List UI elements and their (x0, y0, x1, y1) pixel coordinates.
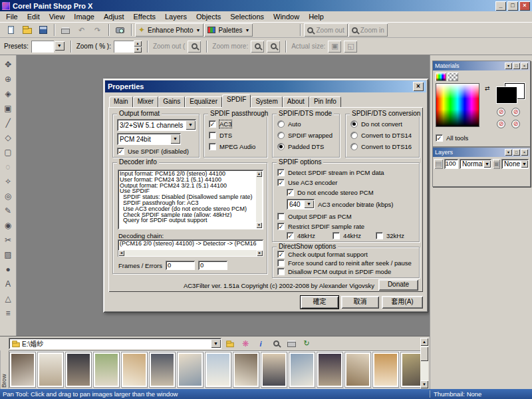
tab-about[interactable]: About (283, 96, 309, 107)
photo-thumbnail[interactable] (261, 352, 287, 388)
tool-selection[interactable]: ▢ (1, 145, 15, 159)
zoom-more-button2[interactable] (267, 41, 280, 53)
transparent-bg-icon[interactable]: ⊘ (511, 108, 520, 116)
cancel-button[interactable]: 取消 (341, 296, 379, 309)
conv-do-not-convert-radio[interactable]: Do not convert (350, 120, 402, 128)
photo-thumbnail[interactable] (37, 352, 64, 388)
scroll-up-icon[interactable]: ▲ (420, 338, 428, 346)
tool-eraser[interactable]: ▨ (1, 247, 15, 261)
menu-window[interactable]: Window (269, 12, 304, 21)
tab-spdif[interactable]: SPDIF (222, 94, 251, 107)
photo-thumbnail[interactable] (65, 352, 92, 388)
channels-dropdown[interactable]: 3/2+SW 5.1 channels ▼ (117, 119, 196, 131)
scroll-down-icon[interactable]: ▼ (256, 222, 262, 228)
mode-spdif-wrapped-radio[interactable]: SPDIF wrapped (277, 132, 332, 139)
palettes-button[interactable]: Palettes ▼ (204, 23, 253, 37)
presets-dropdown[interactable]: ▼ (31, 41, 65, 53)
zoom-out-step-button[interactable] (188, 41, 201, 53)
tool-straighten[interactable]: ╱ (1, 116, 15, 130)
tool-freehand-selection[interactable]: ◌ (1, 160, 15, 174)
tool-magic-wand[interactable]: ✧ (1, 174, 15, 188)
menu-view[interactable]: View (45, 12, 70, 21)
tool-picture-tube[interactable]: ● (1, 262, 15, 276)
menu-image[interactable]: Image (69, 12, 99, 21)
favorites-icon[interactable]: ❋ (239, 338, 252, 350)
swatches-tab[interactable] (448, 72, 458, 81)
print-browser-icon[interactable] (285, 338, 298, 350)
decoding-chain-scrollbar[interactable]: ◄ ► (118, 250, 263, 256)
browser-scrollbar[interactable]: ▲ ▼ (420, 338, 428, 388)
rate-32khz-checkbox[interactable]: 32kHz (376, 232, 404, 239)
ac3-checkbox[interactable]: AC3 (209, 120, 231, 128)
pin-icon[interactable]: ▾ (505, 149, 512, 156)
close-button[interactable]: × (519, 1, 530, 11)
decoding-chain-box[interactable]: (PCM16 2/0 (stereo) 44100) -> Detector -… (118, 239, 263, 257)
zoom-percent-input[interactable]: ▲▼ (114, 41, 142, 53)
force-reinit-checkbox[interactable]: Force sound card to reinit after seek / … (277, 259, 412, 267)
tool-pen[interactable]: ≡ (1, 306, 15, 320)
restore-icon[interactable]: □ (513, 63, 520, 69)
menu-edit[interactable]: Edit (23, 12, 45, 21)
actual-size-button[interactable]: ▣ (328, 41, 341, 53)
close-icon[interactable]: × (521, 63, 528, 69)
link-set-dropdown[interactable]: None ▼ (501, 159, 529, 169)
zoom-more-button1[interactable] (251, 41, 264, 53)
photo-thumbnail[interactable] (121, 352, 148, 388)
menu-adjust[interactable]: Adjust (99, 12, 129, 21)
tool-text[interactable]: A (1, 277, 15, 291)
conv-dts14-radio[interactable]: Convert to DTS14 (350, 132, 412, 139)
color-picker-gradient[interactable] (436, 83, 479, 127)
dts-checkbox[interactable]: DTS (209, 132, 232, 139)
enhance-photo-button[interactable]: ✦ Enhance Photo ▼ (135, 23, 203, 37)
menu-objects[interactable]: Objects (192, 12, 225, 21)
apply-button[interactable]: 套用(A) (382, 296, 423, 309)
spin-up-icon[interactable]: ▲ (134, 41, 142, 47)
disallow-pcm-checkbox[interactable]: Disallow PCM output in SPDIF mode (277, 268, 391, 275)
layers-titlebar[interactable]: Layers ▾ □ × (433, 148, 530, 157)
menu-file[interactable]: File (1, 12, 23, 21)
new-layer-icon[interactable]: ▤ (434, 159, 443, 169)
zoom-in-button[interactable]: Zoom in (348, 23, 388, 37)
redo-icon[interactable]: ↷ (90, 23, 105, 37)
dialog-titlebar[interactable]: Properties × (105, 80, 426, 92)
photo-thumbnail[interactable] (289, 352, 315, 388)
photo-thumbnail[interactable] (317, 352, 343, 388)
photo-thumbnail[interactable] (9, 352, 36, 388)
conv-dts16-radio[interactable]: Convert to DTS16 (350, 143, 412, 150)
scrollbar-thumb[interactable] (420, 346, 428, 361)
detect-spdif-checkbox[interactable]: Detect SPDIF stream in PCM data (277, 169, 384, 176)
tool-pick[interactable]: ◈ (1, 86, 15, 100)
minimize-button[interactable]: _ (495, 1, 506, 11)
bitrate-dropdown[interactable]: 640 ▼ (287, 199, 315, 209)
output-spdif-pcm-checkbox[interactable]: Output SPDIF as PCM (277, 213, 352, 220)
photo-thumbnail[interactable] (177, 352, 203, 388)
decoder-info-textbox[interactable]: Input format: PCM16 2/0 (stereo) 44100 U… (118, 170, 263, 229)
undo-icon[interactable]: ↶ (74, 23, 89, 37)
refresh-icon[interactable]: ↻ (300, 338, 313, 350)
tool-scratch-remover[interactable]: ✂ (1, 233, 15, 247)
opacity-field[interactable]: 100 (444, 159, 458, 169)
path-dropdown[interactable]: E:\婚紗 ▼ (9, 338, 221, 349)
transparent-fg-icon[interactable]: ⊘ (497, 108, 505, 116)
tool-crop[interactable]: ▣ (1, 101, 15, 115)
tool-paintbrush[interactable]: ✎ (1, 203, 15, 217)
menu-effects[interactable]: Effects (129, 12, 160, 21)
tool-clone[interactable]: ◉ (1, 218, 15, 232)
mpeg-audio-checkbox[interactable]: MPEG Audio (209, 143, 255, 150)
all-tools-checkbox[interactable]: All tools (436, 134, 468, 142)
scroll-right-icon[interactable]: ► (257, 250, 263, 256)
tab-equalizer[interactable]: Equalizer (185, 96, 222, 107)
tool-pan[interactable]: ✥ (1, 57, 15, 71)
restrict-sample-rate-checkbox[interactable]: Restrict SPDIF sample rate (277, 223, 364, 230)
print-icon[interactable] (58, 23, 73, 37)
tab-mixer[interactable]: Mixer (133, 96, 158, 107)
style-fg-icon[interactable]: ⊘ (497, 120, 505, 128)
scroll-up-icon[interactable]: ▲ (256, 171, 262, 177)
camera-import-icon[interactable] (112, 23, 128, 37)
ok-button[interactable]: 確定 (301, 296, 338, 309)
up-one-level-icon[interactable] (223, 338, 237, 350)
photo-thumbnail[interactable] (233, 352, 259, 388)
materials-titlebar[interactable]: Materials ▾ □ × (433, 61, 530, 70)
use-ac3-encoder-checkbox[interactable]: Use AC3 encoder (277, 179, 337, 186)
tab-main[interactable]: Main (109, 96, 133, 107)
